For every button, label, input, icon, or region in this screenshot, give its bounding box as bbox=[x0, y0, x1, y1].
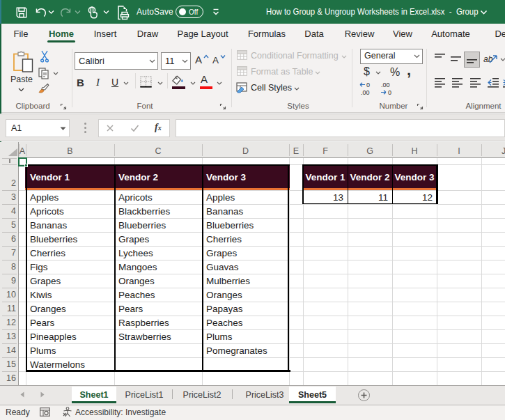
svg-text:.00: .00 bbox=[381, 81, 390, 88]
svg-text:0: 0 bbox=[366, 81, 370, 88]
svg-text:.00: .00 bbox=[361, 89, 370, 96]
svg-text:0: 0 bbox=[388, 89, 391, 96]
